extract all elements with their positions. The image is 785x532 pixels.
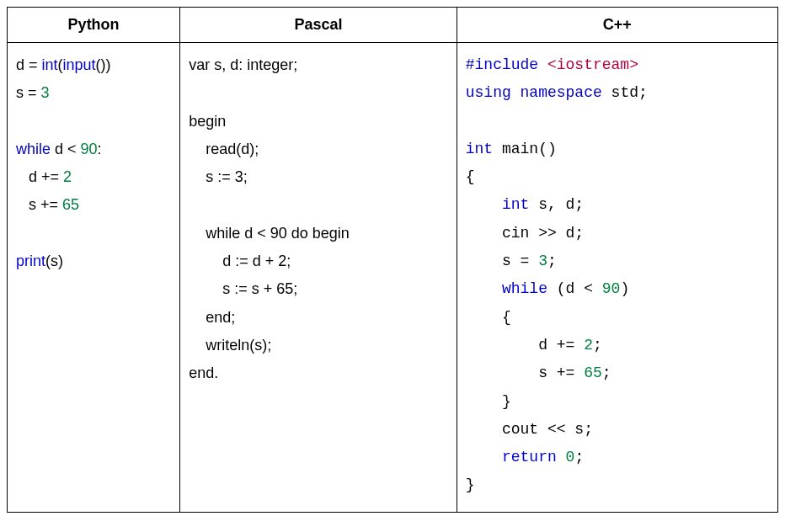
code-row: d = int(input()) s = 3 while d < 90: d +… — [8, 43, 778, 513]
python-cell: d = int(input()) s = 3 while d < 90: d +… — [8, 43, 180, 513]
pascal-code: var s, d: integer; begin read(d); s := 3… — [189, 51, 448, 388]
pascal-cell: var s, d: integer; begin read(d); s := 3… — [180, 43, 457, 513]
header-python: Python — [8, 8, 180, 43]
python-code: d = int(input()) s = 3 while d < 90: d +… — [16, 51, 171, 275]
header-cpp: C++ — [457, 8, 777, 43]
code-comparison-table: Python Pascal C++ d = int(input()) s = 3… — [7, 7, 778, 513]
cpp-cell: #include <iostream> using namespace std;… — [457, 43, 777, 513]
header-pascal: Pascal — [180, 8, 457, 43]
cpp-code: #include <iostream> using namespace std;… — [466, 51, 769, 500]
header-row: Python Pascal C++ — [8, 8, 778, 43]
